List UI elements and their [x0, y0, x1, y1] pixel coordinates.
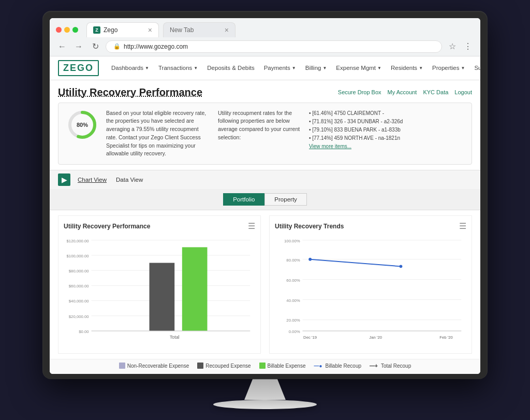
back-button[interactable]: ←	[56, 40, 68, 53]
left-chart-menu[interactable]: ☰	[248, 221, 255, 231]
tab-title: Zego	[104, 26, 117, 34]
charts-area: Utility Recovery Performance ☰ $120,000.…	[50, 210, 480, 359]
data-view-tab[interactable]: Data View	[114, 176, 145, 184]
view-more-link[interactable]: View more items...	[309, 142, 463, 151]
legend-label-billable-recoup: Billable Recoup	[326, 363, 362, 369]
svg-text:Feb '20: Feb '20	[439, 335, 453, 340]
nav-dashboards[interactable]: Dashboards ▼	[107, 63, 153, 73]
legend-label-billable: Billable Expense	[268, 363, 306, 369]
close-button[interactable]	[56, 27, 62, 33]
property-toggle[interactable]: Property	[264, 193, 306, 206]
nav-expense[interactable]: Expense Mgmt ▼	[332, 63, 386, 73]
nav-deposits[interactable]: Deposits & Debits	[203, 63, 258, 73]
svg-text:$80,000.00: $80,000.00	[69, 269, 90, 273]
info-description: Based on your total eligible recovery ra…	[106, 109, 210, 158]
legend-label-non-recoverable: Non-Recoverable Expense	[127, 363, 189, 369]
svg-text:40.00%: 40.00%	[286, 298, 300, 303]
legend-area: Non-Recoverable Expense Recouped Expense…	[50, 359, 480, 374]
nav-residents[interactable]: Residents ▼	[387, 63, 427, 73]
toggle-area: Portfolio Property	[50, 189, 480, 210]
url-text: http://www.gozego.com	[124, 43, 188, 50]
logo[interactable]: ZEGO	[58, 60, 99, 76]
nav-caret: ▼	[145, 66, 149, 70]
traffic-lights	[56, 27, 78, 33]
right-chart-title: Utility Recovery Trends	[275, 223, 344, 230]
kyc-data-link[interactable]: KYC Data	[423, 89, 448, 95]
legend-billable-recoup: —● Billable Recoup	[314, 363, 361, 369]
secure-drop-box-link[interactable]: Secure Drop Box	[338, 89, 381, 95]
line-chart-svg: 100.00% 80.00% 60.00% 40.00% 20.00% 0.00…	[275, 235, 466, 346]
svg-text:80.00%: 80.00%	[286, 258, 300, 263]
forward-button[interactable]: →	[72, 40, 85, 53]
info-properties: • [61.46%] 4750 CLAIREMONT - • [71.81%] …	[309, 109, 463, 151]
logout-link[interactable]: Logout	[454, 89, 472, 95]
gauge-value: 80%	[77, 122, 88, 128]
browser-titlebar: Z Zego × New Tab ×	[50, 18, 480, 37]
expand-button[interactable]: ▶	[58, 173, 70, 186]
active-tab[interactable]: Z Zego ×	[86, 22, 159, 37]
nav-payments[interactable]: Payments ▼	[260, 63, 300, 73]
nav-caret: ▼	[322, 66, 327, 70]
logo-text: ZEGO	[63, 63, 94, 73]
nav-items: Dashboards ▼ Transactions ▼ Deposits & D…	[107, 62, 480, 74]
legend-swatch-billable	[259, 363, 266, 369]
tab-close-icon[interactable]: ×	[148, 26, 152, 34]
url-bar[interactable]: 🔒 http://www.gozego.com	[106, 40, 442, 53]
page-title: Utility Recovery Performance	[58, 86, 202, 98]
svg-rect-16	[150, 263, 175, 331]
property-item-2: • [71.81%] 326 - 334 DUNBAR - a2-326d	[309, 118, 463, 126]
browser-toolbar: ← → ↻ 🔒 http://www.gozego.com ☆ ⋮	[50, 37, 480, 56]
nav-caret: ▼	[461, 66, 465, 70]
svg-text:$100,000.00: $100,000.00	[67, 254, 90, 258]
info-banner: 80% Based on your total eligible recover…	[58, 103, 472, 165]
svg-point-33	[399, 265, 402, 268]
right-chart-panel: Utility Recovery Trends ☰ 100.00% 80.00%…	[269, 215, 472, 354]
maximize-button[interactable]	[72, 27, 78, 33]
monitor-base	[213, 400, 317, 409]
legend-recouped: Recouped Expense	[197, 363, 251, 369]
monitor-screen: Z Zego × New Tab × ← → ↻ 🔒 http://w	[50, 18, 480, 374]
lock-icon: 🔒	[113, 43, 121, 50]
svg-text:$120,000.00: $120,000.00	[67, 239, 90, 243]
my-account-link[interactable]: My Account	[388, 89, 417, 95]
header-links: Secure Drop Box My Account KYC Data Logo…	[338, 89, 472, 95]
svg-text:Jan '20: Jan '20	[369, 335, 382, 340]
svg-text:$20,000.00: $20,000.00	[69, 314, 90, 319]
legend-label-recouped: Recouped Expense	[205, 363, 251, 369]
new-tab-close-icon[interactable]: ×	[225, 26, 229, 34]
legend-swatch-recouped	[197, 363, 203, 369]
legend-swatch-non-recoverable	[119, 363, 125, 369]
legend-line-total: —+	[370, 363, 378, 369]
property-item-1: • [61.46%] 4750 CLAIREMONT -	[309, 109, 463, 118]
svg-rect-17	[182, 248, 208, 331]
nav-subaccounts[interactable]: Sub Accounts ▼	[470, 63, 480, 73]
nav-properties[interactable]: Properties ▼	[428, 63, 469, 73]
app-content: ZEGO Dashboards ▼ Transactions ▼ Deposit…	[50, 56, 480, 374]
new-tab[interactable]: New Tab ×	[163, 22, 235, 37]
svg-text:100.00%: 100.00%	[284, 239, 300, 243]
portfolio-toggle[interactable]: Portfolio	[223, 193, 264, 206]
nav-transactions[interactable]: Transactions ▼	[154, 63, 202, 73]
monitor-stand-neck	[244, 379, 286, 400]
more-options-icon[interactable]: ⋮	[462, 40, 474, 53]
legend-line-billable: —●	[314, 363, 322, 369]
toolbar-actions: ☆ ⋮	[446, 40, 474, 53]
bar-chart-svg: $120,000.00 $100,000.00 $80,000.00 $60,0…	[64, 235, 255, 346]
property-item-4: • [77.14%] 459 NORTH AVE - na-1821n	[309, 134, 463, 142]
nav-billing[interactable]: Billing ▼	[301, 63, 331, 73]
right-chart-menu[interactable]: ☰	[459, 221, 466, 231]
svg-text:Total: Total	[170, 335, 180, 340]
chart-view-tab[interactable]: Chart View	[76, 176, 109, 184]
nav-caret: ▼	[419, 66, 423, 70]
chart-controls: ▶ Chart View Data View	[50, 170, 480, 189]
property-item-3: • [79.10%] 833 BUENA PARK - a1-833b	[309, 126, 463, 134]
minimize-button[interactable]	[64, 27, 70, 33]
svg-text:$60,000.00: $60,000.00	[69, 284, 90, 288]
refresh-button[interactable]: ↻	[89, 40, 101, 53]
tab-favicon: Z	[93, 26, 100, 34]
bookmark-icon[interactable]: ☆	[446, 40, 459, 53]
svg-text:$0.00: $0.00	[79, 329, 89, 334]
nav-caret: ▼	[292, 66, 296, 70]
left-chart-panel: Utility Recovery Performance ☰ $120,000.…	[58, 215, 261, 354]
right-chart-title-row: Utility Recovery Trends ☰	[275, 221, 466, 231]
